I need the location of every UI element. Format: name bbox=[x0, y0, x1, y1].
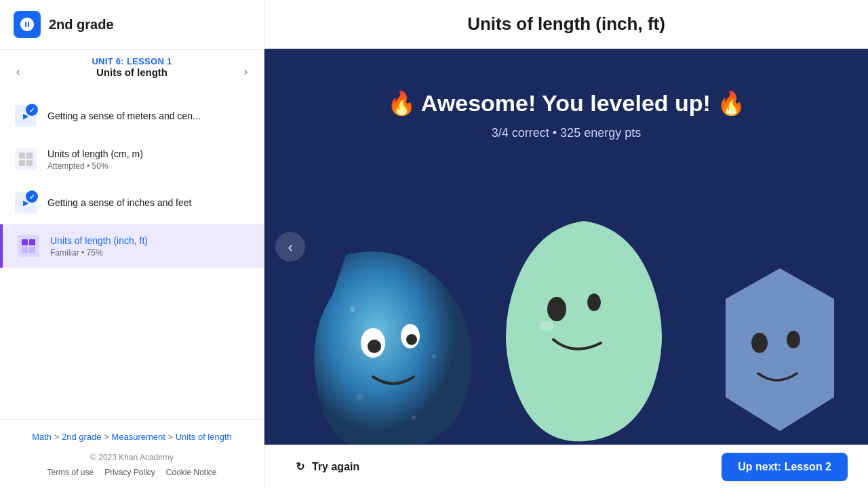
khan-academy-logo bbox=[14, 11, 41, 38]
svg-point-12 bbox=[787, 331, 800, 348]
content-header: Units of length (inch, ft) bbox=[264, 0, 868, 49]
level-up-title: 🔥 Awesome! You leveled up! 🔥 bbox=[387, 89, 746, 117]
breadcrumb-measurement[interactable]: Measurement bbox=[111, 432, 165, 442]
svg-point-11 bbox=[751, 333, 768, 353]
sq-a1 bbox=[22, 239, 28, 245]
sq1 bbox=[19, 152, 25, 159]
item-title-meters: Getting a sense of meters and cen... bbox=[47, 110, 250, 122]
grade-label: 2nd grade bbox=[49, 17, 114, 33]
logo-icon bbox=[19, 16, 35, 33]
svg-point-3 bbox=[406, 334, 417, 345]
svg-point-6 bbox=[356, 394, 363, 401]
item-title-cm-m: Units of length (cm, m) bbox=[47, 148, 250, 160]
level-up-card: 🔥 Awesome! You leveled up! 🔥 3/4 correct… bbox=[387, 89, 746, 140]
copyright-text: © 2023 Khan Academy bbox=[14, 453, 250, 462]
cookie-link[interactable]: Cookie Notice bbox=[166, 468, 217, 477]
next-unit-button[interactable]: › bbox=[241, 63, 250, 81]
item-meta-text-inch-ft: Familiar • 75% bbox=[50, 248, 103, 258]
content-body: ‹ 🔥 Awesome! You leveled up! 🔥 3/4 corre… bbox=[264, 49, 868, 445]
svg-point-10 bbox=[540, 321, 553, 331]
unit-label: UNIT 6: LESSON 1 bbox=[83, 56, 181, 66]
completed-badge-2 bbox=[26, 190, 38, 203]
breadcrumb: Math > 2nd grade > Measurement > Units o… bbox=[14, 430, 250, 445]
sq2 bbox=[26, 152, 33, 159]
breadcrumb-grade[interactable]: 2nd grade bbox=[62, 432, 102, 442]
item-meta-inch-ft: Familiar • 75% bbox=[50, 248, 250, 258]
lesson-title: Units of length bbox=[83, 66, 181, 87]
blob-center bbox=[496, 214, 672, 445]
svg-point-2 bbox=[368, 340, 381, 353]
sidebar-item-cm-m[interactable]: Units of length (cm, m) Attempted • 50% bbox=[0, 138, 264, 181]
completed-badge bbox=[26, 104, 38, 116]
level-up-stats: 3/4 correct • 325 energy pts bbox=[387, 126, 746, 140]
four-squares-icon-active bbox=[22, 239, 35, 253]
try-again-label: Try again bbox=[312, 461, 359, 473]
prev-nav-button[interactable]: ‹ bbox=[275, 232, 305, 262]
exercise-icon-cm bbox=[15, 148, 37, 170]
sq-a3 bbox=[22, 247, 28, 253]
exercise-icon-inch bbox=[18, 235, 39, 257]
breadcrumb-math[interactable]: Math bbox=[32, 432, 52, 442]
sidebar-item-inches-feet[interactable]: Getting a sense of inches and feet bbox=[0, 181, 264, 224]
sidebar: 2nd grade ‹ UNIT 6: LESSON 1 Units of le… bbox=[0, 0, 264, 488]
prev-unit-button[interactable]: ‹ bbox=[14, 63, 22, 81]
svg-point-7 bbox=[412, 415, 416, 420]
blob-left bbox=[305, 241, 495, 445]
sidebar-header: 2nd grade bbox=[0, 0, 264, 49]
try-again-button[interactable]: ↻ Try again bbox=[285, 455, 368, 479]
bottom-bar: ↻ Try again Up next: Lesson 2 bbox=[264, 445, 868, 488]
terms-link[interactable]: Terms of use bbox=[47, 468, 94, 477]
breadcrumb-sep3: > bbox=[167, 432, 175, 442]
content-title: Units of length (inch, ft) bbox=[292, 14, 841, 35]
privacy-link[interactable]: Privacy Policy bbox=[104, 468, 155, 477]
sq3 bbox=[19, 160, 25, 166]
item-title-inch-ft: Units of length (inch, ft) bbox=[50, 235, 250, 247]
sidebar-item-meters-video[interactable]: Getting a sense of meters and cen... bbox=[0, 94, 264, 138]
blob-container bbox=[264, 174, 868, 445]
breadcrumb-units[interactable]: Units of length bbox=[176, 432, 232, 442]
main-content: Units of length (inch, ft) ‹ 🔥 Awesome! … bbox=[264, 0, 868, 488]
unit-nav: ‹ UNIT 6: LESSON 1 Units of length › bbox=[0, 49, 264, 89]
lesson-items-list: Getting a sense of meters and cen... bbox=[0, 89, 264, 419]
item-meta-text-cm-m: Attempted • 50% bbox=[47, 161, 108, 171]
sq-a4 bbox=[29, 247, 35, 253]
breadcrumb-sep2: > bbox=[104, 432, 111, 442]
four-squares-icon bbox=[19, 152, 33, 166]
item-content-inch-ft: Units of length (inch, ft) Familiar • 75… bbox=[50, 235, 250, 258]
video-icon bbox=[15, 105, 37, 127]
item-icon-meters bbox=[14, 104, 38, 128]
item-content-cm-m: Units of length (cm, m) Attempted • 50% bbox=[47, 148, 250, 171]
sidebar-item-inch-ft[interactable]: Units of length (inch, ft) Familiar • 75… bbox=[0, 224, 264, 268]
item-meta-cm-m: Attempted • 50% bbox=[47, 161, 250, 171]
footer-links: Terms of use Privacy Policy Cookie Notic… bbox=[14, 468, 250, 477]
svg-point-5 bbox=[432, 354, 436, 359]
svg-point-8 bbox=[547, 297, 566, 321]
video-icon-inches bbox=[15, 192, 37, 214]
blob-right bbox=[705, 262, 854, 445]
breadcrumb-sep1: > bbox=[54, 432, 62, 442]
svg-point-9 bbox=[587, 293, 601, 311]
refresh-icon: ↻ bbox=[293, 460, 307, 474]
item-content-inches: Getting a sense of inches and feet bbox=[47, 197, 250, 209]
item-icon-inches bbox=[14, 190, 38, 215]
sq-a2 bbox=[29, 239, 35, 245]
item-icon-cm-m bbox=[14, 147, 38, 171]
item-content-meters: Getting a sense of meters and cen... bbox=[47, 110, 250, 122]
svg-point-4 bbox=[350, 306, 355, 312]
item-title-inches: Getting a sense of inches and feet bbox=[47, 197, 250, 209]
item-icon-inch-ft bbox=[16, 234, 41, 258]
sq4 bbox=[26, 160, 33, 166]
sidebar-footer: Math > 2nd grade > Measurement > Units o… bbox=[0, 419, 264, 488]
next-lesson-button[interactable]: Up next: Lesson 2 bbox=[722, 453, 848, 481]
